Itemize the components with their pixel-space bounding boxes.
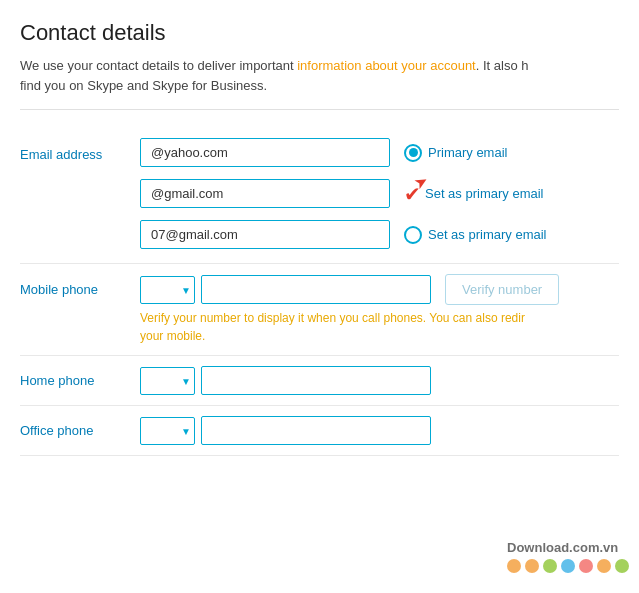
home-country-select-wrapper: ▼ (140, 367, 195, 395)
email-address-section: Email address Primary email ✔ ➤ Set (20, 130, 619, 264)
verify-number-button[interactable]: Verify number (445, 274, 559, 305)
verify-description-2: your mobile. (140, 329, 205, 343)
email-row-3: Set as primary email (140, 220, 619, 249)
primary-email-radio[interactable]: Primary email (404, 144, 507, 162)
home-phone-row: Home phone ▼ (20, 356, 619, 406)
description-text1: We use your contact details to deliver i… (20, 58, 297, 73)
page-description: We use your contact details to deliver i… (20, 56, 619, 110)
home-phone-inputs: ▼ (140, 366, 619, 395)
set-primary-radio-3[interactable]: Set as primary email (404, 226, 546, 244)
verify-text: Verify your number to display it when yo… (140, 309, 619, 345)
set-primary-label-3: Set as primary email (428, 227, 546, 242)
email-input-1[interactable] (140, 138, 390, 167)
page-title: Contact details (20, 20, 619, 46)
description-text2: . It also h (476, 58, 529, 73)
contact-details-section: Email address Primary email ✔ ➤ Set (20, 130, 619, 456)
description-highlight: information about your account (297, 58, 476, 73)
email-input-2[interactable] (140, 179, 390, 208)
verify-description-1: Verify your number to display it when yo… (140, 311, 525, 325)
mobile-number-input[interactable] (201, 275, 431, 304)
home-phone-label: Home phone (20, 373, 140, 388)
radio-circle-1 (404, 144, 422, 162)
office-country-select-wrapper: ▼ (140, 417, 195, 445)
mobile-country-select[interactable] (140, 276, 195, 304)
set-primary-label-2: Set as primary email (425, 186, 543, 201)
home-number-input[interactable] (201, 366, 431, 395)
mobile-phone-row: Mobile phone ▼ Verify number (20, 274, 619, 305)
description-line2: find you on Skype and Skype for Business… (20, 78, 267, 93)
home-country-select[interactable] (140, 367, 195, 395)
mobile-phone-label: Mobile phone (20, 282, 140, 297)
office-phone-label: Office phone (20, 423, 140, 438)
email-row-2: ✔ ➤ Set as primary email (140, 179, 619, 208)
office-phone-row: Office phone ▼ (20, 406, 619, 456)
checkmark-container: ✔ ➤ (404, 182, 421, 206)
mobile-country-select-wrapper: ▼ (140, 276, 195, 304)
office-phone-inputs: ▼ (140, 416, 619, 445)
email-input-3[interactable] (140, 220, 390, 249)
set-primary-radio-2[interactable]: ✔ ➤ Set as primary email (404, 182, 543, 206)
mobile-phone-section: Mobile phone ▼ Verify number Verify your… (20, 264, 619, 356)
office-number-input[interactable] (201, 416, 431, 445)
mobile-phone-inputs: ▼ Verify number (140, 274, 619, 305)
email-row-1: Primary email (140, 138, 619, 167)
email-inputs-container: Primary email ✔ ➤ Set as primary email (140, 138, 619, 255)
email-address-label: Email address (20, 138, 140, 162)
office-country-select[interactable] (140, 417, 195, 445)
primary-email-label: Primary email (428, 145, 507, 160)
radio-circle-3 (404, 226, 422, 244)
